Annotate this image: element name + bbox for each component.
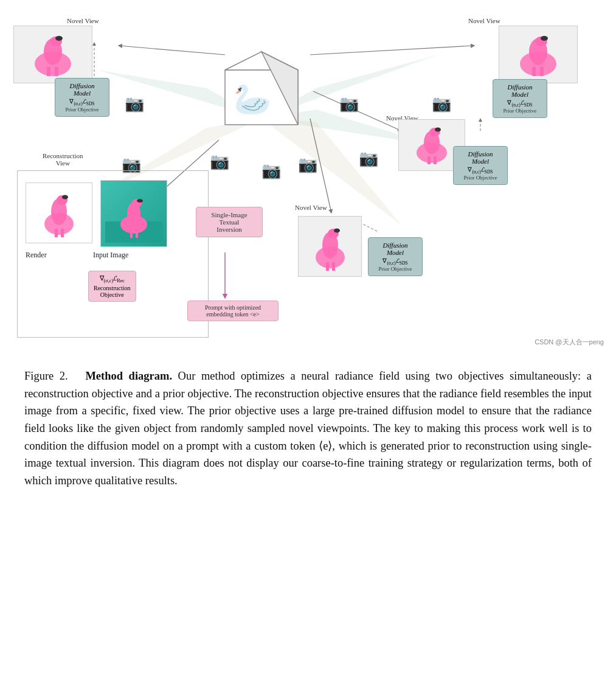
figure-number: Figure 2. [24, 370, 68, 382]
svg-text:🦢: 🦢 [234, 81, 272, 117]
figure-title: Method diagram. [85, 370, 172, 382]
novel-view-label-bm: Novel View [295, 204, 327, 211]
novel-view-label-tr: Novel View [468, 17, 500, 24]
svg-point-38 [435, 128, 441, 132]
diffusion-box-tl: DiffusionModel ∇(σ,c)𝓛SDS Prior Objectiv… [55, 78, 109, 117]
camera-bm: 📷 [261, 161, 281, 180]
diffusion-box-bm: DiffusionModel ∇(σ,c)𝓛SDS Prior Objectiv… [368, 237, 423, 276]
flamingo-box-bm [298, 216, 362, 277]
camera-extra-1: 📷 [210, 152, 229, 171]
flamingo-box-tr [499, 26, 578, 83]
svg-point-26 [55, 36, 63, 41]
novel-view-label-tl: Novel View [67, 17, 99, 24]
svg-rect-55 [130, 229, 133, 238]
svg-rect-24 [47, 67, 50, 76]
caption-text: Figure 2. Method diagram. Our method opt… [24, 367, 592, 490]
recon-obj-box: ∇(σ,c)𝓛Rec ReconstructionObjective [88, 271, 136, 302]
svg-line-7 [310, 46, 474, 55]
caption-area: Figure 2. Method diagram. Our method opt… [0, 353, 616, 502]
watermark: CSDN @天人合一peng [535, 338, 604, 347]
diffusion-box-tr: DiffusionModel ∇(σ,c)𝓛SDS Prior Objectiv… [493, 79, 547, 118]
svg-point-32 [541, 36, 548, 41]
camera-mr: 📷 [359, 149, 378, 168]
camera-extra-3: 📷 [339, 94, 359, 113]
svg-rect-37 [434, 156, 437, 164]
camera-extra-2: 📷 [298, 155, 317, 174]
svg-rect-42 [326, 262, 329, 271]
diffusion-box-mr: DiffusionModel ∇(σ,c)𝓛SDS Prior Objectiv… [453, 146, 508, 185]
svg-point-50 [62, 195, 68, 200]
prompt-box: Prompt with optimizedembedding token <e> [187, 301, 279, 321]
svg-rect-25 [55, 67, 58, 76]
single-image-textual-inversion-box: Single-ImageTextualInversion [196, 207, 263, 237]
svg-rect-49 [61, 229, 64, 237]
svg-rect-48 [55, 229, 58, 237]
render-label: Render [26, 251, 47, 260]
svg-rect-31 [540, 67, 544, 76]
render-flamingo [26, 183, 92, 243]
cube-3d: 🦢 [207, 33, 316, 143]
svg-rect-36 [427, 156, 431, 164]
svg-rect-30 [532, 67, 536, 76]
svg-point-44 [334, 229, 340, 233]
recon-view-label: ReconstructionView [43, 152, 83, 167]
caption-body: Our method optimizes a neural radiance f… [24, 370, 592, 487]
svg-rect-56 [136, 229, 138, 238]
camera-tr: 📷 [432, 94, 451, 113]
camera-tl: 📷 [125, 94, 144, 113]
flamingo-box-tl [13, 26, 92, 83]
svg-rect-43 [332, 262, 335, 271]
diagram-area: 🦢 Novel View 📷 DiffusionModel ∇(σ,c)𝓛SDS… [0, 0, 616, 353]
svg-point-57 [137, 199, 143, 203]
page-container: 🦢 Novel View 📷 DiffusionModel ∇(σ,c)𝓛SDS… [0, 0, 616, 502]
input-image-label: Input Image [93, 251, 128, 260]
input-flamingo [100, 180, 167, 247]
